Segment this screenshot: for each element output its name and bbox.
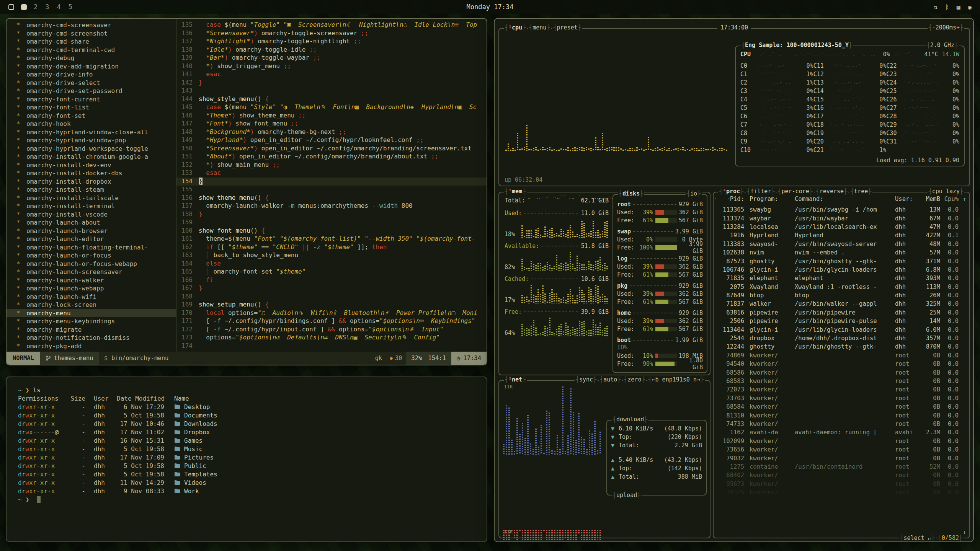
proc-box-chip[interactable]: ┤tree├ (849, 187, 872, 195)
code-line[interactable]: 162 if [[ "$theme" == "CNCLD" || -z "$th… (176, 243, 487, 252)
process-row[interactable]: 74733 kworker/ root 0B 0.0 (719, 420, 959, 428)
code-line[interactable]: 157 omarchy-launch-walker -m menus:omarc… (176, 202, 487, 210)
scroll-up-icon[interactable]: ↑ (963, 196, 966, 202)
file-item[interactable]: *omarchy-hook (7, 120, 176, 128)
process-row[interactable]: 73656 kworker/ root 0B 0.0 (719, 445, 959, 454)
code-line[interactable]: 169show_setup_menu() { (176, 301, 487, 309)
cpu-box-chip[interactable]: ┤¹cpu├ (504, 24, 527, 31)
disks-chip[interactable]: ┤disks├ (618, 190, 644, 197)
interval-decrease-button[interactable]: - (932, 24, 936, 31)
proc-sort-chip[interactable]: ┤cpu lazy├ (928, 187, 964, 195)
process-row[interactable]: 113404 glycin-i /usr/lib/glycin-loaders … (719, 325, 959, 334)
file-item[interactable]: *omarchy-cmd-screenshot (7, 29, 176, 38)
code-line[interactable]: 142} (176, 79, 487, 87)
net-interface-chip[interactable]: ┤←b enp191s0 n→├ (647, 376, 705, 383)
file-item[interactable]: *omarchy-install-docker-dbs (7, 169, 176, 178)
file-item[interactable]: *omarchy-install-tailscale (7, 194, 176, 202)
cpu-box-chip[interactable]: ┤preset├ (552, 24, 582, 31)
terminal-prompt[interactable]: ~❯ (18, 495, 475, 504)
file-item[interactable]: *omarchy-font-set (7, 112, 176, 120)
mem-box-chip[interactable]: ┤²mem├ (504, 187, 527, 195)
file-item[interactable]: *omarchy-font-current (7, 95, 176, 104)
code-line[interactable]: 168 (176, 293, 487, 301)
file-item[interactable]: *omarchy-launch-walker (7, 276, 176, 285)
file-item[interactable]: *omarchy-launch-about (7, 218, 176, 227)
cpu-box-chip[interactable]: ┤menu├ (528, 24, 551, 31)
workspace-button[interactable]: 3 (45, 3, 49, 11)
process-row[interactable]: 71837 walker /usr/bin/walker --gappl dhh… (719, 300, 959, 308)
code-line[interactable]: 151 *About*) open_in_editor ~/.config/om… (176, 153, 487, 161)
net-control-chip[interactable]: ┤sync├ (575, 376, 598, 383)
process-row[interactable]: 2506 pipewire /usr/bin/pipewire-pulse dh… (719, 317, 959, 325)
file-item[interactable]: *omarchy-lock-screen (7, 301, 176, 309)
process-row[interactable]: 72073 kworker/ root 0B 0.0 (719, 385, 959, 394)
process-row[interactable]: 74869 kworker/ root 0B 0.0 (719, 351, 959, 360)
proc-box-chip[interactable]: ┤filter├ (746, 187, 776, 195)
code-line[interactable]: 154} (176, 178, 487, 186)
file-item[interactable]: *omarchy-drive-select (7, 79, 176, 87)
process-table-header[interactable]: Pid: Program: Command: User: MemB Cpu% (719, 196, 959, 202)
workspace-overview-icon[interactable] (8, 4, 14, 10)
file-item[interactable]: *omarchy-launch-editor (7, 235, 176, 243)
code-line[interactable]: 147 *Font*) show_font_menu ;; (176, 120, 487, 128)
code-line[interactable]: 171 [ -f ~/.config/hypr/bindings.conf ] … (176, 317, 487, 326)
process-row[interactable]: 1916 Hyprland Hyprland dhh 422M 0.1 (719, 231, 959, 240)
process-row[interactable]: 102099 kworker/ root 0B 0.0 (719, 437, 959, 445)
code-line[interactable]: 166 fi (176, 276, 487, 285)
process-row[interactable]: 2544 dropbox /home/dhh/.dropbox-dist dhh… (719, 334, 959, 342)
process-row[interactable]: 113284 localsea /usr/lib/localsearch-ex … (719, 223, 959, 231)
process-row[interactable]: 68586 kworker/ root 0B 0.0 (719, 368, 959, 377)
workspace-button[interactable]: 4 (57, 3, 61, 11)
file-item[interactable]: *omarchy-cmd-share (7, 37, 176, 46)
file-item[interactable]: *omarchy-hyprland-window-pop (7, 136, 176, 145)
file-item[interactable]: *omarchy-launch-or-focus (7, 251, 176, 260)
file-item[interactable]: *omarchy-hyprland-workspace-toggle (7, 145, 176, 153)
process-row[interactable]: 63816 pipewire /usr/bin/pipewire dhh 25M… (719, 308, 959, 317)
process-row[interactable]: 1162 avahi-da avahi-daemon: running [ av… (719, 428, 959, 437)
code-line[interactable]: 161 theme=$(menu "Font" "$(omarchy-font-… (176, 235, 487, 243)
file-item[interactable]: *omarchy-debug (7, 54, 176, 62)
code-line[interactable]: 145 case $(menu "Style" "◑ Theme\n✎ Font… (176, 103, 487, 112)
file-item[interactable]: *omarchy-install-chromium-google-a (7, 153, 176, 161)
process-row[interactable]: 95673 kworker/ root 0B 0.0 (719, 480, 959, 488)
file-item[interactable]: *omarchy-launch-or-focus-webapp (7, 260, 176, 268)
file-item[interactable]: *omarchy-launch-browser (7, 227, 176, 235)
io-chip[interactable]: ┤io├ (686, 190, 702, 197)
network-arrows-icon[interactable]: ⇅ (934, 3, 938, 11)
code-line[interactable]: 135 case $(menu "Toggle" "▣ Screensaver\… (176, 21, 487, 29)
file-item[interactable]: *omarchy-menu (7, 309, 176, 318)
file-item[interactable]: *omarchy-dev-add-migration (7, 62, 176, 71)
code-line[interactable]: 156show_theme_menu() { (176, 194, 487, 202)
file-item[interactable]: *omarchy-pkg-add (7, 342, 176, 350)
process-row[interactable]: 87573 ghostty /usr/bin/ghostty --gtk- dh… (719, 257, 959, 265)
process-row[interactable]: 68402 kworker/ root 0B 0.0 (719, 471, 959, 479)
workspace-button[interactable]: 5 (69, 3, 72, 11)
process-row[interactable]: 102638 nvim nvim --embed . dhh 57M 0.0 (719, 248, 959, 257)
process-row[interactable]: 76375 kworker/ root 0B 0.0 (719, 488, 959, 497)
file-item[interactable]: *omarchy-drive-info (7, 70, 176, 79)
process-row[interactable]: 68583 kworker/ root 0B 0.0 (719, 377, 959, 385)
process-row[interactable]: 94540 kworker/ root 0B 0.0 (719, 360, 959, 368)
code-line[interactable]: 159 (176, 218, 487, 227)
process-row[interactable]: 1275 containe /usr/bin/containerd root 5… (719, 463, 959, 471)
bluetooth-icon[interactable]: ᛒ (945, 3, 949, 11)
power-icon[interactable]: ◉ (968, 3, 972, 11)
workspace-button[interactable]: 2 (34, 3, 38, 11)
code-line[interactable]: 148 *Background*) omarchy-theme-bg-next … (176, 128, 487, 137)
system-monitor-icon[interactable]: ▦ (957, 3, 960, 11)
file-item[interactable]: *omarchy-install-vscode (7, 210, 176, 219)
process-row[interactable]: 113365 swaybg /usr/bin/swaybg -i /hom dh… (719, 205, 959, 214)
file-item[interactable]: *omarchy-install-dropbox (7, 178, 176, 186)
file-item[interactable]: *omarchy-launch-webapp (7, 284, 176, 293)
process-row[interactable]: 87649 btop btop dhh 26M 0.0 (719, 291, 959, 300)
process-row[interactable]: 68584 kworker/ root 0B 0.0 (719, 403, 959, 411)
process-row[interactable]: 113383 swayosd- /usr/bin/swayosd-server … (719, 240, 959, 248)
process-row[interactable]: 106746 glycin-i /usr/lib/glycin-loaders … (719, 266, 959, 274)
proc-box-chip[interactable]: ┤per-core├ (777, 187, 813, 195)
code-line[interactable]: 167} (176, 284, 487, 293)
net-box-chip[interactable]: ┤³net├ (504, 376, 527, 383)
code-line[interactable]: 149 *Hyprland*) open_in_editor ~/.config… (176, 136, 487, 145)
file-item[interactable]: *omarchy-drive-set-password (7, 87, 176, 95)
net-control-chip[interactable]: ┤auto├ (599, 376, 622, 383)
file-item[interactable]: *omarchy-install-steam (7, 186, 176, 194)
